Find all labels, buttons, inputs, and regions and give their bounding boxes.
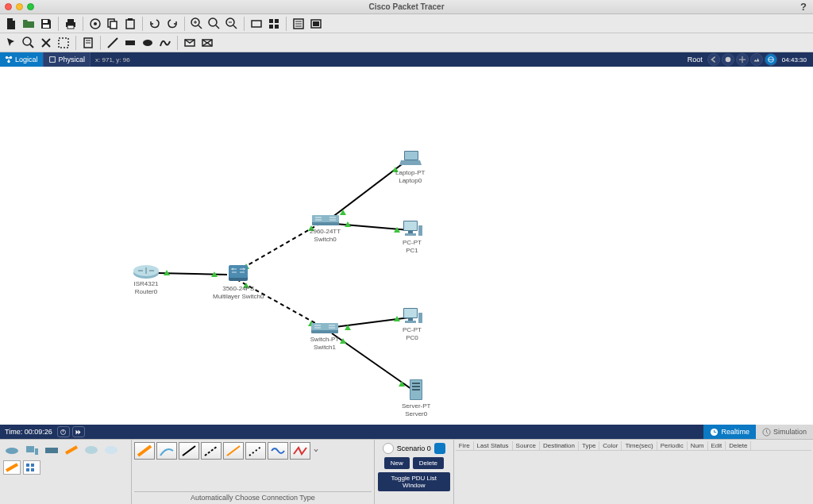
nav-cluster-button[interactable] bbox=[722, 53, 734, 66]
multiuser-category[interactable] bbox=[102, 443, 120, 457]
delete-tool-button[interactable] bbox=[38, 35, 54, 51]
power-cycle-button[interactable] bbox=[57, 426, 70, 437]
physical-view-tab[interactable]: Physical bbox=[44, 52, 91, 67]
device-router0[interactable]: ISR4321 Router0 bbox=[132, 264, 160, 295]
svg-rect-104 bbox=[26, 468, 29, 471]
place-note-button[interactable] bbox=[80, 35, 96, 51]
conn-cross[interactable] bbox=[201, 442, 222, 460]
end-devices-category[interactable] bbox=[23, 443, 40, 457]
svg-point-41 bbox=[143, 40, 152, 46]
pdu-col-timesec[interactable]: Time(sec) bbox=[622, 441, 657, 450]
svg-rect-80 bbox=[408, 318, 413, 321]
fast-forward-button[interactable] bbox=[72, 426, 85, 437]
pc0-name: PC0 bbox=[400, 334, 424, 341]
device-multilayer-switch0[interactable]: 3560-24PS Multilayer Switch0 bbox=[213, 264, 264, 300]
activity-wizard-button[interactable] bbox=[87, 16, 103, 32]
misc-category[interactable] bbox=[83, 443, 100, 457]
svg-line-108 bbox=[227, 446, 240, 456]
svg-line-18 bbox=[233, 25, 237, 29]
copy-button[interactable] bbox=[105, 16, 121, 32]
device-pc0[interactable]: PC-PT PC0 bbox=[400, 306, 424, 341]
svg-point-101 bbox=[105, 446, 118, 454]
draw-line-button[interactable] bbox=[105, 35, 121, 51]
components-category[interactable] bbox=[43, 443, 60, 457]
conn-serial[interactable] bbox=[290, 442, 310, 460]
simple-pdu-button[interactable] bbox=[182, 35, 198, 51]
pdu-col-type[interactable]: Type bbox=[579, 441, 599, 450]
svg-rect-103 bbox=[31, 464, 34, 467]
topology-workspace[interactable]: ISR4321 Router0 3560-24PS Multilayer Swi… bbox=[0, 67, 813, 425]
svg-point-31 bbox=[23, 37, 31, 45]
pdu-col-periodic[interactable]: Periodic bbox=[657, 441, 688, 450]
device-category-panel bbox=[0, 440, 131, 504]
resize-tool-button[interactable] bbox=[56, 35, 71, 51]
simulation-label: Simulation bbox=[773, 428, 807, 436]
pc1-type: PC-PT bbox=[400, 239, 424, 246]
viewport-button[interactable] bbox=[308, 16, 324, 32]
device-switch0[interactable]: 2960-24TT Switch0 bbox=[310, 213, 341, 243]
svg-line-56 bbox=[332, 162, 405, 217]
nav-move-button[interactable] bbox=[736, 53, 749, 66]
redo-button[interactable] bbox=[164, 16, 180, 32]
pdu-col-color[interactable]: Color bbox=[599, 441, 622, 450]
conn-fiber[interactable] bbox=[223, 442, 244, 460]
draw-rect-button[interactable] bbox=[122, 35, 138, 51]
conn-console[interactable] bbox=[156, 442, 177, 460]
pdu-list-panel: Fire Last Status Source Destination Type… bbox=[453, 440, 813, 504]
device-laptop0[interactable]: Laptop-PT Laptop0 bbox=[395, 149, 425, 184]
svg-rect-74 bbox=[404, 221, 417, 230]
open-file-button[interactable] bbox=[21, 16, 37, 32]
draw-freeform-button[interactable] bbox=[157, 35, 173, 51]
conn-phone[interactable] bbox=[245, 442, 266, 460]
logical-view-tab[interactable]: Logical bbox=[0, 52, 44, 67]
conn-auto[interactable] bbox=[134, 442, 155, 460]
scenario-new-button[interactable]: New bbox=[384, 457, 410, 469]
network-info-button[interactable] bbox=[291, 16, 306, 32]
zoom-out-button[interactable] bbox=[224, 16, 240, 32]
simulation-mode-button[interactable]: Simulation bbox=[756, 425, 813, 439]
pdu-col-edit[interactable]: Edit bbox=[708, 441, 726, 450]
device-switch1[interactable]: Switch-PT Switch1 bbox=[310, 321, 340, 351]
pdu-col-fire[interactable]: Fire bbox=[456, 441, 474, 450]
nav-bg-button[interactable] bbox=[750, 53, 763, 66]
inspect-tool-button[interactable] bbox=[21, 35, 37, 51]
save-file-button[interactable] bbox=[38, 16, 54, 32]
connections-category[interactable] bbox=[63, 443, 80, 457]
zoom-in-button[interactable] bbox=[189, 16, 205, 32]
device-server0[interactable]: Server-PT Server0 bbox=[402, 378, 430, 417]
pdu-col-num[interactable]: Num bbox=[688, 441, 708, 450]
svg-rect-68 bbox=[312, 215, 339, 222]
connection-auto-subcategory[interactable] bbox=[3, 460, 21, 475]
conn-more-dropdown[interactable] bbox=[313, 442, 319, 460]
pdu-col-source[interactable]: Source bbox=[513, 441, 540, 450]
svg-rect-79 bbox=[404, 309, 417, 317]
conn-straight[interactable] bbox=[179, 442, 199, 460]
nav-viewport-button[interactable] bbox=[765, 53, 777, 66]
undo-button[interactable] bbox=[147, 16, 163, 32]
paste-button[interactable] bbox=[122, 16, 138, 32]
nav-back-button[interactable] bbox=[707, 53, 720, 66]
draw-ellipse-button[interactable] bbox=[140, 35, 156, 51]
sim-time-label: Time: 00:09:26 bbox=[0, 428, 57, 436]
realtime-mode-button[interactable]: Realtime bbox=[703, 425, 756, 439]
toggle-pdu-list-button[interactable]: Toggle PDU List Window bbox=[378, 472, 450, 491]
device-pc1[interactable]: PC-PT PC1 bbox=[400, 219, 424, 254]
scenario-dropdown[interactable] bbox=[434, 443, 445, 454]
scenario-name: Scenario 0 bbox=[397, 444, 431, 452]
zoom-reset-button[interactable] bbox=[206, 16, 222, 32]
print-button[interactable] bbox=[63, 16, 79, 32]
new-file-button[interactable] bbox=[3, 16, 19, 32]
pdu-col-destination[interactable]: Destination bbox=[540, 441, 579, 450]
select-tool-button[interactable] bbox=[3, 35, 19, 51]
scenario-header: Scenario 0 bbox=[378, 443, 450, 454]
complex-pdu-button[interactable] bbox=[199, 35, 215, 51]
pdu-col-delete[interactable]: Delete bbox=[726, 441, 751, 450]
drawing-palette-button[interactable] bbox=[249, 16, 264, 32]
scenario-prev-button[interactable] bbox=[383, 443, 394, 454]
network-devices-category[interactable] bbox=[3, 443, 21, 457]
scenario-delete-button[interactable]: Delete bbox=[413, 457, 444, 469]
connection-grid-subcategory[interactable] bbox=[23, 460, 40, 475]
custom-devices-button[interactable] bbox=[266, 16, 282, 32]
pdu-col-last-status[interactable]: Last Status bbox=[474, 441, 513, 450]
conn-coax[interactable] bbox=[268, 442, 288, 460]
